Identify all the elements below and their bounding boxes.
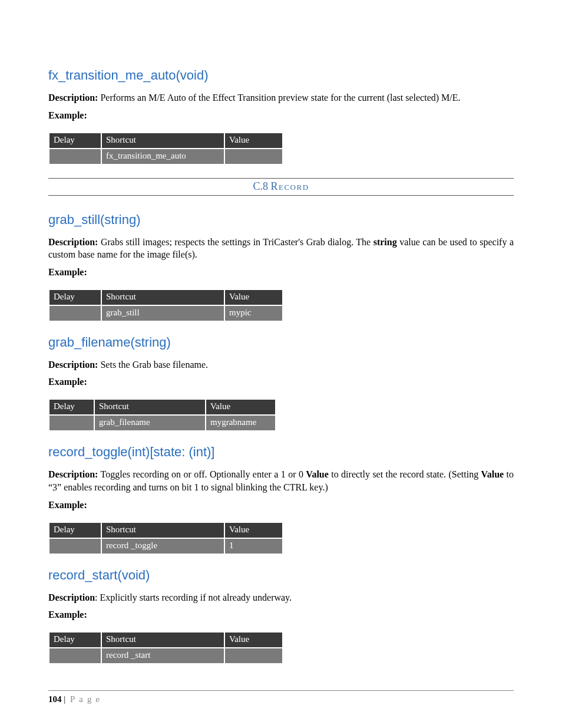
page-number: 104 bbox=[48, 694, 62, 704]
function-description: Description: Sets the Grab base filename… bbox=[48, 358, 514, 371]
section-title: Record bbox=[270, 180, 309, 192]
function-entry: record_toggle(int)[state: (int)]Descript… bbox=[48, 444, 514, 554]
table-cell bbox=[224, 149, 283, 164]
example-label: Example: bbox=[48, 377, 514, 387]
table-header-cell: Value bbox=[224, 289, 283, 305]
table-cell: grab_still bbox=[101, 305, 224, 321]
table-header-cell: Delay bbox=[49, 632, 101, 648]
table-header-cell: Delay bbox=[49, 132, 101, 149]
function-description: Description: Performs an M/E Auto of the… bbox=[48, 91, 514, 104]
table-cell bbox=[49, 149, 101, 164]
function-entry: fx_transition_me_auto(void)Description: … bbox=[48, 68, 514, 165]
table-header-cell: Shortcut bbox=[101, 132, 224, 149]
example-label: Example: bbox=[48, 610, 514, 620]
shortcut-table: DelayShortcutValue grab_filenamemygrabna… bbox=[48, 398, 276, 431]
function-entry: grab_still(string)Description: Grabs sti… bbox=[48, 212, 514, 322]
function-heading: grab_still(string) bbox=[48, 212, 514, 228]
shortcut-table: DelayShortcutValue record _toggle1 bbox=[48, 521, 283, 555]
table-header-cell: Value bbox=[224, 522, 283, 538]
table-header-cell: Value bbox=[206, 399, 276, 416]
function-description: Description: Toggles recording on or off… bbox=[48, 468, 514, 493]
table-cell: grab_filename bbox=[94, 415, 206, 431]
content-area: fx_transition_me_auto(void)Description: … bbox=[48, 68, 514, 664]
function-heading: fx_transition_me_auto(void) bbox=[48, 68, 514, 83]
table-header-cell: Shortcut bbox=[101, 289, 224, 305]
footer-text: 104 | Page bbox=[48, 691, 514, 704]
shortcut-table: DelayShortcutValue grab_stillmypic bbox=[48, 288, 283, 322]
table-cell: record _toggle bbox=[101, 538, 224, 554]
example-label: Example: bbox=[48, 110, 514, 121]
function-entry: record_start(void)Description: Explicitl… bbox=[48, 568, 514, 665]
table-cell bbox=[224, 648, 283, 664]
table-header-cell: Shortcut bbox=[101, 522, 224, 538]
function-heading: record_toggle(int)[state: (int)] bbox=[48, 444, 514, 460]
table-cell bbox=[49, 648, 101, 664]
table-cell bbox=[49, 415, 94, 431]
shortcut-table: DelayShortcutValue record _start bbox=[48, 631, 283, 664]
section-header: C.8 Record bbox=[48, 178, 514, 196]
table-cell: record _start bbox=[101, 648, 224, 664]
function-heading: grab_filename(string) bbox=[48, 335, 514, 350]
table-header-cell: Delay bbox=[49, 399, 94, 416]
page-label: Page bbox=[68, 694, 104, 704]
function-heading: record_start(void) bbox=[48, 568, 514, 583]
table-cell: mygrabname bbox=[206, 415, 276, 431]
example-label: Example: bbox=[48, 500, 514, 510]
table-cell: mypic bbox=[224, 305, 283, 321]
table-header-cell: Value bbox=[224, 132, 283, 149]
footer-separator: | bbox=[62, 694, 68, 704]
table-cell: fx_transition_me_auto bbox=[101, 149, 224, 164]
section-number: C.8 bbox=[253, 180, 270, 192]
table-cell: 1 bbox=[224, 538, 283, 554]
example-label: Example: bbox=[48, 267, 514, 278]
table-header-cell: Delay bbox=[49, 522, 101, 538]
table-cell bbox=[49, 305, 101, 321]
table-cell bbox=[49, 538, 101, 554]
table-header-cell: Delay bbox=[49, 289, 101, 305]
table-header-cell: Shortcut bbox=[94, 399, 206, 416]
function-entry: grab_filename(string)Description: Sets t… bbox=[48, 335, 514, 432]
document-page: fx_transition_me_auto(void)Description: … bbox=[0, 0, 562, 728]
table-header-cell: Value bbox=[224, 632, 283, 648]
shortcut-table: DelayShortcutValue fx_transition_me_auto bbox=[48, 131, 283, 165]
table-header-cell: Shortcut bbox=[101, 632, 224, 648]
page-footer: 104 | Page bbox=[48, 678, 514, 704]
function-description: Description: Explicitly starts recording… bbox=[48, 591, 514, 604]
function-description: Description: Grabs still images; respect… bbox=[48, 236, 514, 261]
